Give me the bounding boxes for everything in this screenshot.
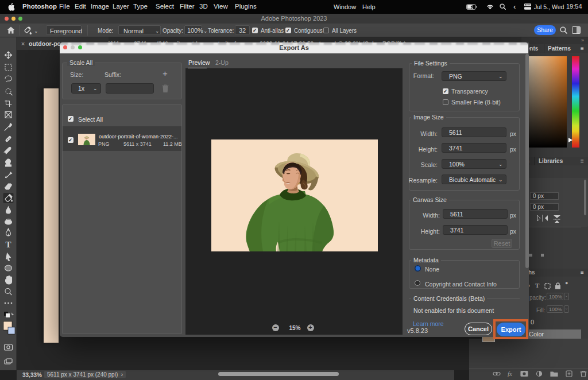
svg-text:fx: fx xyxy=(508,370,512,377)
svg-text:T: T xyxy=(5,240,11,249)
